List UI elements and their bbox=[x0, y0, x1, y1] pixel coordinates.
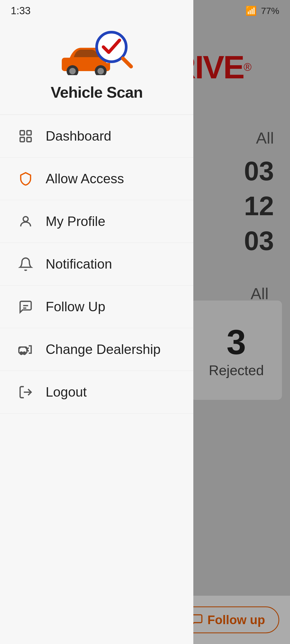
sidebar-item-allow-access[interactable]: Allow Access bbox=[0, 158, 193, 200]
sidebar-drawer: Vehicle Scan Dashboard Allow Acc bbox=[0, 0, 193, 644]
sidebar-item-logout[interactable]: Logout bbox=[0, 371, 193, 414]
svg-rect-12 bbox=[20, 130, 24, 135]
person-icon bbox=[16, 212, 35, 231]
logout-icon bbox=[16, 383, 35, 401]
shield-icon bbox=[16, 169, 35, 188]
status-time: 1:33 bbox=[11, 5, 31, 17]
sidebar-item-follow-up[interactable]: Follow Up bbox=[0, 286, 193, 328]
svg-rect-15 bbox=[27, 137, 31, 142]
sidebar-item-notification[interactable]: Notification bbox=[0, 243, 193, 286]
svg-rect-14 bbox=[20, 137, 24, 142]
signal-icon: 📶 bbox=[245, 5, 257, 16]
sidebar-item-label-allow-access: Allow Access bbox=[46, 171, 124, 186]
sidebar-item-my-profile[interactable]: My Profile bbox=[0, 200, 193, 243]
status-icons: 📶 77% bbox=[245, 5, 279, 16]
logo-container bbox=[59, 27, 134, 75]
svg-line-11 bbox=[123, 58, 131, 67]
sidebar-item-label-follow-up: Follow Up bbox=[46, 299, 105, 314]
status-bar: 1:33 📶 77% bbox=[0, 0, 290, 21]
menu-list: Dashboard Allow Access My Profile bbox=[0, 115, 193, 644]
svg-point-16 bbox=[23, 217, 28, 221]
sidebar-item-label-dashboard: Dashboard bbox=[46, 128, 111, 144]
svg-point-6 bbox=[69, 68, 76, 74]
message-icon bbox=[16, 297, 35, 316]
bell-icon bbox=[16, 255, 35, 273]
sidebar-item-change-dealership[interactable]: Change Dealership bbox=[0, 328, 193, 371]
sidebar-item-label-change-dealership: Change Dealership bbox=[46, 342, 161, 357]
car-transfer-icon bbox=[16, 340, 35, 359]
battery-icon: 77% bbox=[261, 6, 279, 16]
sidebar-item-label-logout: Logout bbox=[46, 384, 87, 400]
magnifier-check-icon bbox=[91, 27, 134, 70]
sidebar-item-dashboard[interactable]: Dashboard bbox=[0, 115, 193, 158]
svg-rect-13 bbox=[27, 130, 31, 135]
sidebar-item-label-notification: Notification bbox=[46, 256, 112, 272]
sidebar-item-label-my-profile: My Profile bbox=[46, 214, 105, 229]
grid-icon bbox=[16, 127, 35, 145]
app-title: Vehicle Scan bbox=[51, 83, 143, 101]
